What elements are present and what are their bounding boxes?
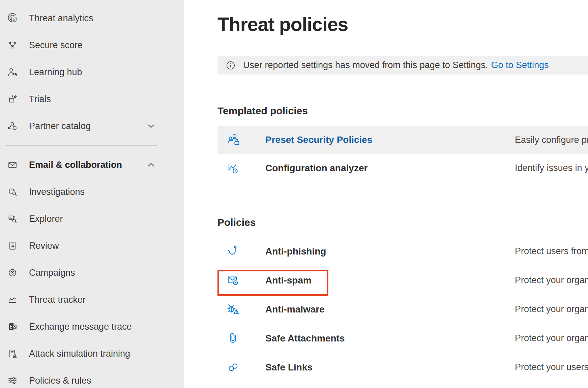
sidebar-item-threat-analytics[interactable]: Threat analytics	[0, 5, 184, 32]
preset-security-policies-icon	[217, 132, 265, 147]
list-document-icon	[7, 240, 18, 251]
sidebar-item-investigations[interactable]: Investigations	[0, 178, 184, 205]
policy-row-safe-links[interactable]: Safe Links Protect your users fr	[217, 353, 588, 382]
policy-row-anti-phishing[interactable]: Anti-phishing Protect users from p	[217, 237, 588, 266]
row-description: Easily configure prot	[515, 135, 588, 145]
envelope-icon	[7, 159, 18, 170]
trophy-icon	[7, 40, 18, 51]
row-preset-security-policies[interactable]: Preset Security Policies Easily configur…	[217, 126, 588, 154]
sidebar-item-trials[interactable]: Trials	[0, 86, 184, 113]
sidebar-divider	[6, 145, 157, 146]
policy-row-anti-malware[interactable]: Anti-malware Protect your organiz	[217, 295, 588, 324]
row-configuration-analyzer[interactable]: Configuration analyzer Identify issues i…	[217, 154, 588, 182]
row-label[interactable]: Anti-phishing	[265, 246, 515, 257]
sidebar-item-label: Trials	[29, 94, 51, 105]
molecule-icon	[7, 121, 18, 131]
row-label[interactable]: Configuration analyzer	[265, 163, 515, 174]
sidebar-item-label: Email & collaboration	[29, 160, 122, 170]
line-chart-icon	[7, 294, 18, 305]
policies-list: Anti-phishing Protect users from p Anti-…	[217, 237, 588, 382]
sidebar: Threat analytics Secure score Learning h…	[0, 0, 184, 388]
sliders-icon	[7, 375, 18, 386]
page-title: Threat policies	[217, 13, 588, 36]
sidebar-item-review[interactable]: Review	[0, 232, 184, 259]
target-icon	[7, 267, 18, 278]
sidebar-item-label: Secure score	[29, 40, 83, 51]
row-description: Protect your organiz	[515, 275, 588, 286]
graduate-person-icon	[7, 67, 18, 78]
chevron-down-icon[interactable]	[147, 122, 155, 130]
sidebar-item-secure-score[interactable]: Secure score	[0, 32, 184, 59]
sidebar-item-attack-simulation-training[interactable]: Attack simulation training	[0, 340, 184, 367]
sidebar-item-partner-catalog[interactable]: Partner catalog	[0, 113, 184, 140]
gift-sparkles-icon	[7, 94, 18, 105]
sidebar-item-label: Policies & rules	[29, 376, 91, 386]
row-label[interactable]: Safe Links	[265, 362, 515, 373]
row-label[interactable]: Anti-spam	[265, 275, 515, 286]
sidebar-item-label: Threat tracker	[29, 295, 86, 305]
threat-analytics-icon	[7, 13, 18, 24]
row-label[interactable]: Safe Attachments	[265, 333, 515, 344]
sidebar-item-label: Investigations	[29, 187, 85, 197]
info-icon	[226, 61, 235, 70]
documents-magnifier-icon	[7, 186, 18, 197]
document-flask-icon	[7, 348, 18, 359]
fish-hook-icon	[217, 244, 265, 259]
sidebar-item-label: Exchange message trace	[29, 322, 132, 332]
info-banner: User reported settings has moved from th…	[217, 56, 588, 74]
chevron-up-icon[interactable]	[147, 160, 155, 169]
policy-row-safe-attachments[interactable]: Safe Attachments Protect your organiz	[217, 324, 588, 353]
row-description: Protect users from p	[515, 246, 588, 257]
templated-policies-list: Preset Security Policies Easily configur…	[217, 126, 588, 182]
row-description: Protect your organiz	[515, 333, 588, 344]
sidebar-item-explorer[interactable]: Explorer	[0, 205, 184, 232]
envelope-block-icon	[217, 273, 265, 288]
row-label[interactable]: Preset Security Policies	[265, 135, 515, 145]
sidebar-item-label: Learning hub	[29, 67, 82, 78]
sidebar-item-label: Explorer	[29, 214, 63, 224]
configuration-analyzer-icon	[217, 161, 265, 176]
go-to-settings-link[interactable]: Go to Settings	[491, 60, 549, 70]
chart-documents-magnifier-icon	[7, 213, 18, 224]
sidebar-item-label: Partner catalog	[29, 121, 91, 131]
sidebar-item-label: Campaigns	[29, 268, 75, 278]
paperclip-icon	[217, 331, 265, 346]
bug-warning-icon	[217, 302, 265, 317]
row-description: Identify issues in you	[515, 163, 588, 173]
sidebar-item-campaigns[interactable]: Campaigns	[0, 259, 184, 286]
policies-heading: Policies	[217, 216, 588, 229]
sidebar-item-threat-tracker[interactable]: Threat tracker	[0, 286, 184, 313]
sidebar-item-learning-hub[interactable]: Learning hub	[0, 59, 184, 86]
policy-row-anti-spam[interactable]: Anti-spam Protect your organiz	[217, 266, 588, 295]
sidebar-item-policies-rules[interactable]: Policies & rules	[0, 367, 184, 388]
templated-policies-heading: Templated policies	[217, 105, 588, 117]
row-description: Protect your organiz	[515, 304, 588, 315]
sidebar-item-email-collaboration[interactable]: Email & collaboration	[0, 151, 184, 178]
main-content: Threat policies User reported settings h…	[184, 0, 588, 388]
exchange-logo-icon	[7, 321, 18, 332]
row-label[interactable]: Anti-malware	[265, 304, 515, 315]
sidebar-item-label: Attack simulation training	[29, 349, 130, 359]
sidebar-item-exchange-message-trace[interactable]: Exchange message trace	[0, 313, 184, 340]
row-description: Protect your users fr	[515, 362, 588, 372]
sidebar-item-label: Review	[29, 241, 59, 251]
chain-links-icon	[217, 360, 265, 375]
sidebar-item-label: Threat analytics	[29, 13, 93, 24]
banner-text: User reported settings has moved from th…	[243, 60, 488, 70]
